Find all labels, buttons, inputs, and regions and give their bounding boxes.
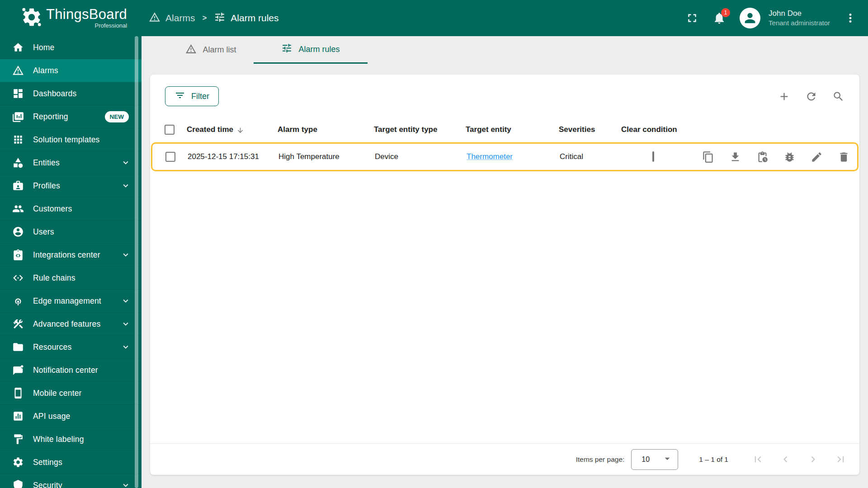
column-header-severities[interactable]: Severities: [559, 125, 621, 134]
report-chart-icon: [12, 111, 24, 122]
cell-target-entity-type: Device: [375, 152, 467, 161]
badge-icon: [12, 180, 24, 192]
row-checkbox[interactable]: [165, 152, 175, 162]
sidebar-item-reporting[interactable]: Reporting NEW: [0, 105, 142, 128]
items-per-page-select[interactable]: 10: [631, 449, 678, 470]
app-edition: Professional: [95, 22, 127, 29]
warning-icon: [185, 43, 197, 57]
chevron-down-icon: [121, 181, 131, 191]
chevron-down-icon: [121, 158, 131, 168]
paginator: Items per page: 10 1 – 1 of 1: [150, 443, 859, 475]
first-page-icon[interactable]: [752, 453, 764, 465]
chevron-down-icon: [121, 342, 131, 352]
sidebar-item-advanced-features[interactable]: Advanced features: [0, 313, 142, 336]
table-header-row: Created time Alarm type Target entity ty…: [150, 118, 859, 141]
tune-icon: [281, 42, 292, 56]
construction-icon: [12, 318, 24, 330]
sidebar-item-home[interactable]: Home: [0, 36, 142, 59]
sidebar-item-customers[interactable]: Customers: [0, 197, 142, 221]
column-header-clear-condition[interactable]: Clear condition: [621, 125, 691, 134]
breadcrumb-separator: >: [202, 14, 207, 23]
sidebar-scrollbar[interactable]: [135, 36, 138, 488]
sidebar-item-edge-management[interactable]: Edge management: [0, 290, 142, 313]
app-logo[interactable]: ThingsBoard Professional: [21, 6, 127, 30]
target-entity-link[interactable]: Thermometer: [467, 152, 513, 161]
warning-icon: [149, 11, 160, 25]
tune-icon: [214, 11, 226, 25]
download-icon[interactable]: [729, 151, 741, 163]
folder-icon: [12, 341, 24, 353]
table-empty-area: [150, 171, 859, 443]
breadcrumb-alarms[interactable]: Alarms: [149, 11, 195, 25]
search-icon[interactable]: [832, 90, 844, 103]
code-icon: [12, 272, 24, 284]
sidebar-item-white-labeling[interactable]: White labeling: [0, 428, 142, 451]
next-page-icon[interactable]: [807, 453, 819, 465]
last-page-icon[interactable]: [835, 453, 847, 465]
select-all-checkbox[interactable]: [165, 125, 175, 135]
notifications-bell-icon[interactable]: 1: [712, 11, 726, 25]
sidebar-item-rule-chains[interactable]: Rule chains: [0, 267, 142, 290]
copy-icon[interactable]: [702, 151, 714, 163]
items-per-page-label: Items per page:: [576, 455, 625, 464]
add-icon[interactable]: [778, 90, 790, 103]
tab-alarm-rules[interactable]: Alarm rules: [254, 36, 368, 64]
refresh-icon[interactable]: [805, 90, 817, 103]
new-badge: NEW: [105, 111, 129, 122]
warning-icon: [12, 65, 24, 76]
column-header-target-entity-type[interactable]: Target entity type: [374, 125, 466, 134]
sidebar-item-integrations-center[interactable]: Integrations center: [0, 244, 142, 267]
thingsboard-logo-icon: [21, 6, 42, 30]
breadcrumb-alarm-rules[interactable]: Alarm rules: [214, 11, 278, 25]
column-header-alarm-type[interactable]: Alarm type: [278, 125, 374, 134]
bug-icon[interactable]: [783, 151, 796, 163]
home-icon: [12, 42, 24, 53]
people-icon: [12, 203, 24, 215]
cell-target-entity: Thermometer: [467, 152, 560, 161]
sidebar-item-entities[interactable]: Entities: [0, 151, 142, 174]
sidebar-item-notification-center[interactable]: Notification center: [0, 359, 142, 382]
table-row[interactable]: 2025-12-15 17:15:31 High Temperature Dev…: [151, 142, 859, 171]
app-name: ThingsBoard: [46, 7, 127, 22]
pager-nav: [752, 453, 847, 465]
cell-alarm-type: High Temperature: [278, 152, 375, 161]
thingsboard-app: ThingsBoard Professional Alarms > Alarm …: [0, 0, 868, 488]
chevron-down-icon: [121, 480, 131, 488]
sidebar-item-users[interactable]: Users: [0, 221, 142, 244]
sort-arrow-down-icon: [236, 125, 244, 134]
arrow-drop-down-icon: [661, 453, 673, 466]
main-content: Alarm list Alarm rules Filter: [142, 36, 868, 488]
edit-pencil-icon[interactable]: [811, 151, 823, 163]
sidebar-item-security[interactable]: Security: [0, 474, 142, 488]
shield-icon: [12, 479, 24, 488]
chat-unread-icon: [12, 364, 24, 376]
sidebar-item-dashboards[interactable]: Dashboards: [0, 82, 142, 105]
sidebar-item-profiles[interactable]: Profiles: [0, 174, 142, 197]
filter-button[interactable]: Filter: [165, 86, 219, 106]
user-avatar[interactable]: [740, 8, 760, 28]
sidebar-item-settings[interactable]: Settings: [0, 451, 142, 474]
sidebar-item-resources[interactable]: Resources: [0, 336, 142, 359]
filter-list-icon: [175, 90, 185, 103]
previous-page-icon[interactable]: [779, 453, 792, 465]
card-toolbar: Filter: [150, 75, 859, 118]
sidebar-item-mobile-center[interactable]: Mobile center: [0, 382, 142, 405]
dashboard-icon: [12, 88, 24, 99]
sidebar-item-alarms[interactable]: Alarms: [0, 59, 142, 82]
gear-icon: [12, 456, 24, 468]
user-role: Tenant administrator: [769, 19, 830, 28]
delete-trash-icon[interactable]: [838, 151, 850, 163]
column-header-target-entity[interactable]: Target entity: [466, 125, 559, 134]
sidebar-item-solution-templates[interactable]: Solution templates: [0, 128, 142, 151]
column-header-created-time[interactable]: Created time: [187, 125, 278, 134]
chevron-down-icon: [121, 296, 131, 306]
toolbar-actions: [778, 90, 844, 103]
pending-actions-icon[interactable]: [756, 151, 769, 163]
smartphone-icon: [12, 387, 24, 399]
fullscreen-icon[interactable]: [685, 11, 699, 25]
clear-condition-checkbox[interactable]: [652, 151, 654, 162]
more-vert-icon[interactable]: [844, 11, 857, 25]
tab-alarm-list[interactable]: Alarm list: [168, 36, 254, 64]
account-circle-icon: [12, 226, 24, 238]
sidebar-item-api-usage[interactable]: API usage: [0, 405, 142, 428]
